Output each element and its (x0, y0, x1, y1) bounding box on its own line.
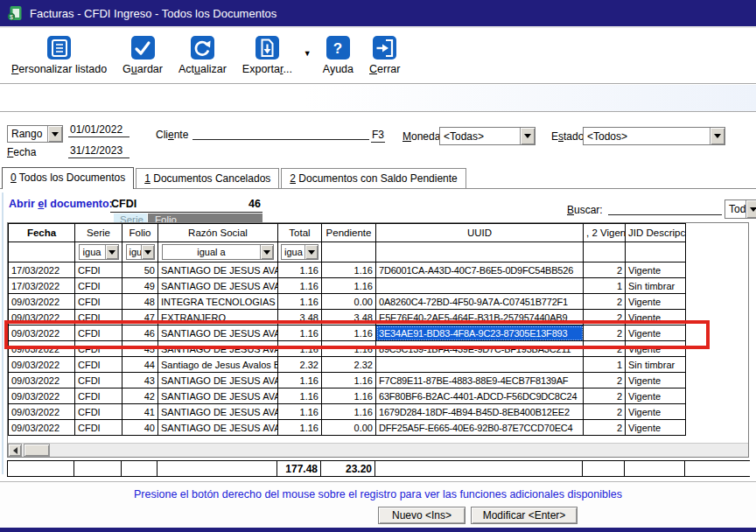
cell-pendiente[interactable]: 1.16 (322, 388, 376, 404)
cell-estado[interactable]: Vigente (626, 326, 686, 341)
cell-pendiente[interactable]: 1.16 (322, 404, 376, 420)
cell-razon[interactable]: SANTIAGO DE JESUS AVA (158, 262, 278, 278)
cell-num[interactable]: 2 (584, 294, 626, 310)
cell-fecha[interactable]: 09/03/2022 (9, 341, 75, 357)
cell-estado[interactable]: Vigente (626, 262, 686, 278)
cell-serie[interactable]: CFDI (75, 373, 122, 388)
cell-razon[interactable]: SANTIAGO DE JESUS AVA (158, 420, 278, 436)
cell-fecha[interactable]: 09/03/2022 (9, 388, 75, 404)
buscar-dropdown-arrow[interactable] (746, 200, 756, 218)
moneda-combo[interactable]: <Todas> (439, 127, 536, 145)
table-row[interactable]: 09/03/2022CFDI42SANTIAGO DE JESUS AVA1.1… (9, 388, 750, 404)
cell-serie[interactable]: CFDI (75, 262, 122, 278)
table-row[interactable]: 09/03/2022CFDI48INTEGRA TECNOLOGIAS I1.1… (9, 294, 750, 310)
cell-total[interactable]: 1.16 (278, 420, 322, 436)
cell-fecha[interactable]: 09/03/2022 (9, 373, 75, 388)
cell-estado[interactable]: Vigente (626, 373, 686, 388)
cell-uuid[interactable]: F7C89E11-87BE-4883-88E9-4ECB7F8139AF (376, 373, 584, 388)
cell-estado[interactable]: Sin timbrar (626, 357, 686, 373)
cell-num[interactable]: 2 (584, 341, 626, 357)
cell-razon[interactable]: SANTIAGO DE JESUS AVA (158, 326, 278, 341)
column-header-total[interactable]: Total (278, 224, 322, 242)
filter-combo-serie[interactable]: igua (79, 244, 119, 260)
cell-num[interactable]: 2 (584, 262, 626, 278)
table-row[interactable]: 09/03/2022CFDI44Santiago de Jesus Avalos… (9, 357, 750, 373)
cell-total[interactable]: 1.16 (278, 278, 322, 294)
cliente-input[interactable] (192, 125, 369, 140)
cell-total[interactable]: 1.16 (278, 341, 322, 357)
column-header-folio[interactable]: Folio (122, 224, 158, 242)
cell-estado[interactable]: Vigente (626, 388, 686, 404)
cell-uuid[interactable]: 1679D284-18DF-4B94-B45D-8EB400B12EE2 (376, 404, 584, 420)
cell-pendiente[interactable]: 1.16 (322, 341, 376, 357)
toolbar-button-help[interactable]: ?Ayuda (315, 32, 361, 78)
scroll-left-button[interactable] (8, 444, 22, 457)
tab-2[interactable]: 2 Documentos con Saldo Pendiente (281, 168, 466, 188)
column-header-fecha[interactable]: Fecha (9, 224, 75, 242)
filter-dropdown-arrow[interactable] (105, 245, 118, 259)
filter-dropdown-arrow[interactable] (260, 245, 273, 259)
cell-folio[interactable]: 49 (122, 278, 158, 294)
column-header-serie[interactable]: Serie (75, 224, 122, 242)
cell-total[interactable]: 1.16 (278, 388, 322, 404)
scrollbar-thumb[interactable] (24, 444, 50, 457)
cliente-f3-button[interactable]: F3 (371, 129, 385, 143)
toolbar-button-close[interactable]: Cerrar (361, 32, 408, 78)
cell-estado[interactable]: Vigente (626, 404, 686, 420)
cell-folio[interactable]: 47 (122, 310, 158, 326)
cell-pendiente[interactable]: 1.16 (322, 262, 376, 278)
cell-uuid[interactable]: 7D6001CA-A43D-40C7-B6E5-0D9FC54BB526 (376, 262, 584, 278)
cell-fecha[interactable]: 09/03/2022 (9, 404, 75, 420)
cell-num[interactable]: 2 (584, 373, 626, 388)
cell-pendiente[interactable]: 2.32 (322, 357, 376, 373)
date-from-field[interactable] (68, 122, 130, 137)
cell-folio[interactable]: 50 (122, 262, 158, 278)
cell-folio[interactable]: 41 (122, 404, 158, 420)
cell-pendiente[interactable]: 0.00 (322, 294, 376, 310)
cell-serie[interactable]: CFDI (75, 310, 122, 326)
table-row[interactable]: 17/03/2022CFDI49SANTIAGO DE JESUS AVA1.1… (9, 278, 750, 294)
estado-combo[interactable]: <Todos> (583, 127, 725, 145)
cell-estado[interactable]: Vigente (626, 310, 686, 326)
cell-serie[interactable]: CFDI (75, 294, 122, 310)
export-dropdown-arrow[interactable]: ▼ (300, 49, 315, 58)
moneda-dropdown-arrow[interactable] (520, 128, 535, 144)
cell-uuid[interactable] (376, 278, 584, 294)
cell-num[interactable]: 2 (584, 310, 626, 326)
toolbar-button-save[interactable]: Guardar (115, 32, 171, 78)
filter-combo-total[interactable]: igua (281, 244, 318, 260)
cell-folio[interactable]: 44 (122, 357, 158, 373)
range-combo[interactable]: Rango (7, 125, 63, 143)
buscar-input[interactable] (608, 200, 722, 215)
modify-button[interactable]: Modificar <Enter> (471, 507, 578, 524)
filter-combo-razon[interactable]: igual a (162, 244, 274, 260)
cell-uuid[interactable]: 89C5C139-1BFA-439E-9D7C-BF193BA3C211 (376, 341, 584, 357)
cell-uuid[interactable]: 0A8260C4-72BD-4F50-9A7A-C07451B772F1 (376, 294, 584, 310)
column-header-estado[interactable]: JID Descripci (626, 224, 686, 242)
cell-razon[interactable]: EXTRANJERO (158, 310, 278, 326)
cell-total[interactable]: 1.16 (278, 262, 322, 278)
estado-dropdown-arrow[interactable] (710, 128, 724, 144)
cell-estado[interactable]: Vigente (626, 420, 686, 436)
toolbar-button-refresh[interactable]: Actualizar (171, 32, 234, 78)
cell-num[interactable]: 2 (584, 326, 626, 341)
cell-razon[interactable]: SANTIAGO DE JESUS AVA (158, 278, 278, 294)
toolbar-button-export[interactable]: Exportar... (234, 32, 300, 78)
column-header-pendiente[interactable]: Pendiente (322, 224, 376, 242)
cell-pendiente[interactable]: 1.16 (322, 278, 376, 294)
cell-num[interactable]: 1 (584, 357, 626, 373)
range-dropdown-arrow[interactable] (47, 126, 62, 142)
table-row[interactable]: 09/03/2022CFDI46SANTIAGO DE JESUS AVA1.1… (9, 326, 750, 341)
cell-serie[interactable]: CFDI (75, 341, 122, 357)
cell-fecha[interactable]: 17/03/2022 (9, 262, 75, 278)
cell-serie[interactable]: CFDI (75, 278, 122, 294)
column-header-num[interactable]: , 2 Vigente, : (584, 224, 626, 242)
cell-serie[interactable]: CFDI (75, 326, 122, 341)
cell-num[interactable]: 1 (584, 278, 626, 294)
cell-uuid[interactable]: 3E34AE91-BD83-4F8A-9C23-87305E13F893 (376, 326, 584, 341)
cell-razon[interactable]: Santiago de Jesus Avalos B (158, 357, 278, 373)
open-document-serie-value[interactable]: CFDI (111, 198, 136, 210)
cell-fecha[interactable]: 17/03/2022 (9, 278, 75, 294)
open-document-folio-value[interactable]: 46 (149, 198, 261, 210)
cell-fecha[interactable]: 09/03/2022 (9, 357, 75, 373)
